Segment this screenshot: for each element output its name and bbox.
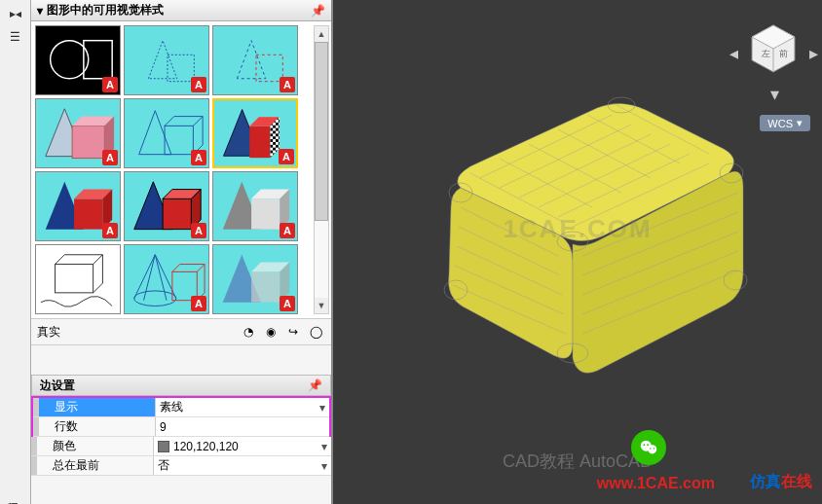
svg-line-47 — [155, 255, 167, 301]
visual-styles-panel: ▾ 图形中的可用视觉样式 📌 A A A — [31, 0, 333, 504]
autocad-badge-icon: A — [191, 77, 206, 92]
pin-icon[interactable]: 📌 — [308, 378, 322, 392]
edge-section-header[interactable]: 边设置 📌 — [31, 375, 331, 396]
menu-icon[interactable]: ☰ — [6, 27, 25, 47]
svg-point-96 — [650, 448, 651, 449]
chevron-down-icon: ▾ — [797, 117, 803, 129]
style-thumb-hidden[interactable]: A — [212, 25, 298, 95]
prop-value-color[interactable]: 120,120,120 — [154, 437, 331, 455]
prop-row-ontop[interactable]: 总在最前 否 — [31, 456, 331, 476]
style-thumb-wire-cone[interactable]: A — [124, 244, 209, 314]
prop-row-display[interactable]: 显示 素线 — [33, 398, 329, 417]
wechat-icon — [631, 430, 666, 465]
autocad-badge-icon: A — [191, 296, 206, 311]
autocad-badge-icon: A — [280, 77, 295, 92]
chevron-down-icon: ▾ — [37, 4, 43, 18]
prop-label: 行数 — [33, 417, 156, 436]
svg-point-43 — [134, 291, 176, 306]
prop-row-lines[interactable]: 行数 9 — [33, 417, 329, 437]
style-thumb-gray[interactable]: A — [212, 171, 298, 241]
svg-line-39 — [93, 255, 103, 265]
svg-point-93 — [648, 445, 656, 453]
autocad-badge-icon: A — [279, 149, 294, 164]
3d-viewport[interactable]: 左 前 ◂ ▸ ▾ WCS ▾ 1CAE.COM CAD教程 AutoCAD w… — [333, 0, 822, 504]
autocad-badge-icon: A — [102, 150, 118, 165]
prop-value-ontop[interactable]: 否 — [154, 456, 331, 475]
nav-right-icon[interactable]: ▸ — [809, 43, 818, 64]
style-thumb-shaded-a[interactable]: A — [35, 171, 121, 241]
svg-line-13 — [193, 117, 203, 126]
svg-rect-34 — [251, 198, 280, 229]
new-style-icon[interactable]: ◔ — [239, 322, 258, 342]
svg-line-40 — [93, 283, 103, 293]
svg-point-0 — [51, 41, 89, 79]
panel-header[interactable]: ▾ 图形中的可用视觉样式 📌 — [31, 0, 331, 21]
watermark-url: www.1CAE.com — [597, 475, 715, 492]
style-thumb-realistic-selected[interactable]: A — [212, 98, 298, 168]
watermark-cad: CAD教程 AutoCAD — [503, 450, 653, 473]
wcs-label: WCS — [767, 118, 793, 129]
autocad-badge-icon: A — [102, 77, 118, 92]
edge-properties-2: 颜色 120,120,120 总在最前 否 — [31, 437, 331, 476]
style-thumb-conceptual[interactable]: A — [124, 25, 209, 95]
svg-rect-55 — [251, 271, 280, 302]
svg-marker-10 — [139, 111, 171, 155]
thumbs-scrollbar[interactable]: ▲ ▼ — [314, 25, 329, 314]
style-thumb-realistic-a[interactable]: A — [35, 98, 121, 168]
svg-rect-37 — [56, 265, 93, 293]
scroll-down-icon[interactable]: ▼ — [315, 298, 328, 313]
svg-text:左: 左 — [762, 49, 770, 58]
svg-point-97 — [654, 448, 654, 449]
autocad-badge-icon: A — [280, 296, 295, 311]
style-thumb-shaded-edges[interactable]: A — [124, 171, 209, 241]
autocad-badge-icon: A — [191, 223, 206, 238]
pin-icon[interactable]: 📌 — [311, 4, 325, 18]
style-thumbnails: A A A A A — [31, 21, 331, 318]
svg-line-50 — [197, 265, 205, 272]
scroll-handle[interactable] — [315, 42, 328, 221]
nav-left-icon[interactable]: ◂ — [729, 43, 738, 64]
svg-rect-11 — [165, 126, 193, 154]
svg-marker-2 — [148, 41, 176, 79]
svg-line-12 — [165, 117, 174, 126]
nav-down-icon[interactable]: ▾ — [770, 84, 779, 105]
style-name-row: 真实 ◔ ◉ ↪ ◯ — [31, 318, 331, 345]
style-thumb-sketch[interactable] — [35, 244, 121, 314]
style-thumb-wireframe-b[interactable]: A — [124, 98, 209, 168]
prop-value-display[interactable]: 素线 — [156, 398, 329, 416]
prop-row-color[interactable]: 颜色 120,120,120 — [31, 437, 331, 456]
svg-point-94 — [644, 444, 646, 446]
prop-label: 颜色 — [31, 437, 154, 455]
delete-style-icon[interactable]: ◯ — [306, 322, 325, 342]
svg-point-95 — [647, 444, 649, 446]
style-thumb-2dwireframe[interactable]: A — [35, 25, 121, 95]
wcs-badge[interactable]: WCS ▾ — [760, 115, 810, 131]
autocad-badge-icon: A — [280, 223, 295, 238]
rounded-box-model[interactable] — [402, 81, 753, 392]
apply-style-icon[interactable]: ◉ — [261, 322, 280, 342]
export-style-icon[interactable]: ↪ — [283, 322, 303, 342]
left-toolbar: ▸◂ ☰ 视觉样式管理器 — [0, 0, 31, 504]
svg-rect-26 — [74, 198, 102, 229]
color-swatch-icon — [158, 441, 169, 452]
watermark-brand: 仿真在线 — [750, 472, 812, 492]
prop-label: 总在最前 — [31, 456, 154, 475]
style-thumb-xray[interactable]: A — [212, 244, 298, 314]
panel-title: 图形中的可用视觉样式 — [47, 2, 164, 18]
svg-rect-22 — [249, 126, 270, 158]
prop-value-lines[interactable]: 9 — [156, 417, 329, 436]
svg-line-38 — [56, 255, 65, 265]
viewcube[interactable]: 左 前 — [744, 19, 803, 78]
svg-line-49 — [172, 265, 180, 272]
scroll-up-icon[interactable]: ▲ — [315, 26, 328, 42]
collapse-icon[interactable]: ▸◂ — [6, 4, 25, 23]
autocad-badge-icon: A — [191, 150, 206, 165]
svg-rect-7 — [72, 126, 104, 158]
svg-rect-30 — [163, 198, 191, 229]
svg-point-92 — [641, 441, 652, 451]
svg-marker-4 — [237, 41, 265, 79]
autocad-badge-icon: A — [102, 223, 118, 238]
svg-text:前: 前 — [779, 49, 788, 58]
prop-label: 显示 — [33, 398, 156, 416]
edge-section-title: 边设置 — [40, 378, 75, 394]
